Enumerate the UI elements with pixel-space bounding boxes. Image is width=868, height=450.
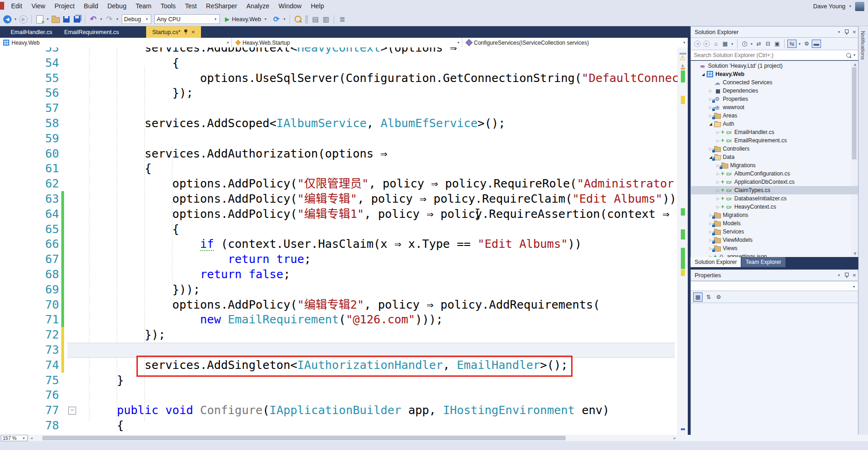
notifications-strip[interactable]: Notifications (858, 26, 868, 441)
new-item-button[interactable] (35, 15, 44, 24)
menu-analyze[interactable]: Analyze (242, 0, 274, 12)
tree-item-views[interactable]: ▷Views (691, 244, 858, 252)
properties-object-combo[interactable]: ▾ (691, 281, 858, 291)
chevron-down-icon[interactable]: ▾ (682, 41, 686, 45)
expand-arrow-icon[interactable]: ▷ (715, 197, 721, 201)
editor-vertical-scrollbar[interactable]: ⚠ ▲ (678, 47, 688, 435)
undo-button[interactable]: ↶ (89, 15, 98, 24)
categorized-button[interactable]: ▦ (693, 292, 703, 302)
solution-explorer-header[interactable]: Solution Explorer ▾ × (691, 26, 858, 38)
se-pending-changes-filter-button[interactable] (740, 40, 749, 48)
chevron-down-icon[interactable]: ▾ (99, 17, 103, 21)
pin-icon[interactable] (844, 29, 849, 35)
tree-item-data[interactable]: ◢Data (691, 153, 858, 161)
pin-icon[interactable] (844, 273, 849, 278)
close-icon[interactable]: × (852, 272, 856, 279)
editor-horizontal-scrollbar[interactable]: ◂ ▸ (29, 435, 678, 441)
close-icon[interactable]: × (191, 29, 195, 35)
refresh-button[interactable]: ⟳ (272, 15, 281, 24)
se-preview-selected-items-button[interactable]: ▬ (812, 40, 821, 48)
scroll-left-arrow[interactable]: ◂ (30, 436, 33, 440)
scroll-up-arrow[interactable]: ▲ (680, 63, 685, 68)
start-debug-button[interactable]: ▶Heavy.Web▾ (222, 16, 270, 23)
line-ops-button[interactable]: ≣ (337, 15, 347, 24)
tree-item-heavy-web[interactable]: ◢Heavy.Web (691, 70, 858, 78)
configuration-combo[interactable]: Debug▾ (122, 14, 151, 24)
tree-item-dependencies[interactable]: ▷Dependencies (691, 87, 858, 95)
expand-arrow-icon[interactable]: ▷ (715, 180, 721, 184)
tab-startup-cs-[interactable]: Startup.cs*× (146, 26, 201, 38)
expand-arrow-icon[interactable]: ▷ (715, 188, 721, 193)
se-forward-button[interactable]: ▶ (703, 40, 711, 48)
se-copy-properties-button[interactable]: ▣ (773, 40, 781, 48)
chevron-down-icon[interactable]: ▾ (837, 273, 841, 277)
nav-type-dropdown[interactable]: Heavy.Web.Startup ▾ (232, 38, 462, 47)
menu-build[interactable]: Build (79, 0, 103, 12)
outline-button-1[interactable]: ▤ (311, 15, 320, 24)
platform-combo[interactable]: Any CPU▾ (154, 14, 220, 24)
nav-project-dropdown[interactable]: Heavy.Web ▾ (0, 38, 232, 47)
tree-item-claimtypes-cs[interactable]: ▷+C#ClaimTypes.cs (691, 186, 858, 194)
tree-item-viewmodels[interactable]: ▷ViewModels (691, 236, 858, 244)
tree-item-models[interactable]: ▷Models (691, 219, 858, 228)
chevron-down-icon[interactable]: ▾ (13, 17, 18, 21)
expand-arrow-icon[interactable]: ▷ (715, 172, 721, 176)
se-home-button[interactable]: ⌂ (712, 40, 720, 48)
solution-explorer-search[interactable]: ▾ (691, 50, 858, 60)
redo-button[interactable]: ↷ (105, 15, 114, 24)
search-input[interactable] (691, 52, 846, 58)
code-editor[interactable]: 53 services.AddDbContext<HeavyContext>(o… (0, 47, 678, 435)
menu-debug[interactable]: Debug (103, 0, 131, 12)
pin-icon[interactable] (183, 29, 188, 35)
tree-item-heavycontext-cs[interactable]: ▷+C#HeavyContext.cs (691, 203, 858, 211)
tree-item-properties[interactable]: ▷⚙Properties (691, 95, 858, 103)
tree-item-applicationdbcontext-cs[interactable]: ▷+C#ApplicationDbContext.cs (691, 178, 858, 186)
collapse-arrow-icon[interactable]: ◢ (708, 122, 714, 126)
chevron-down-icon[interactable]: ▾ (115, 17, 119, 21)
save-all-button[interactable] (72, 15, 82, 24)
nav-member-dropdown[interactable]: ConfigureServices(IServiceCollection ser… (462, 38, 688, 47)
solution-explorer-tree[interactable]: ▲ ▼ ∞Solution 'Heavy.Ltd' (1 project)◢He… (691, 61, 858, 257)
tree-item-wwwroot[interactable]: ▷⊕wwwroot (691, 103, 858, 111)
menu-resharper[interactable]: ReSharper (201, 0, 242, 12)
tree-item-migrations[interactable]: ▷Migrations (691, 161, 858, 169)
properties-header[interactable]: Properties ▾ × (691, 269, 858, 281)
tab-emailrequirement-cs[interactable]: EmailRequirement.cs (58, 26, 125, 38)
se-switch-views-button[interactable]: ▦ (721, 40, 729, 48)
open-file-button[interactable] (51, 15, 60, 24)
tree-item-emailrequirement-cs[interactable]: ▷+C#EmailRequirement.cs (691, 136, 858, 145)
chevron-down-icon[interactable]: ▾ (852, 53, 856, 57)
tree-item-services[interactable]: ▷Services (691, 228, 858, 236)
collapse-arrow-icon[interactable]: ◢ (700, 72, 706, 76)
tree-item-controllers[interactable]: ▷Controllers (691, 145, 858, 153)
scrollbar-thumb[interactable] (42, 436, 566, 440)
menu-project[interactable]: Project (50, 0, 79, 12)
user-name[interactable]: Dave Young (813, 3, 845, 10)
menu-test[interactable]: Test (180, 0, 201, 12)
se-sync-with-active-document-button[interactable]: ⇆ (787, 40, 797, 48)
chevron-down-icon[interactable]: ▾ (226, 41, 230, 45)
tree-item-migrations[interactable]: ▷Migrations (691, 211, 858, 219)
find-in-files-button[interactable] (293, 15, 302, 24)
outline-collapse-icon[interactable]: − (68, 407, 76, 415)
editor-zoom-control[interactable]: 157 % ▾ (1, 435, 28, 441)
se-sync-button[interactable]: ⇄ (755, 40, 763, 48)
nav-back-button[interactable]: ◀ (3, 15, 12, 24)
menu-window[interactable]: Window (274, 0, 306, 12)
expand-arrow-icon[interactable]: ▷ (715, 205, 721, 209)
chevron-down-icon[interactable]: ▾ (797, 42, 802, 46)
tab-emailhandler-cs[interactable]: EmailHandler.cs (5, 26, 58, 38)
alphabetical-button[interactable]: ⇅ (704, 293, 713, 301)
toolbar-grip[interactable] (305, 15, 308, 23)
scroll-right-arrow[interactable]: ▸ (673, 436, 676, 440)
avatar[interactable] (855, 2, 864, 11)
tree-item-albumconfiguration-cs[interactable]: ▷+C#AlbumConfiguration.cs (691, 169, 858, 178)
outline-button-2[interactable]: ▥ (321, 15, 331, 24)
expand-arrow-icon[interactable]: ▷ (708, 89, 714, 93)
nav-forward-button[interactable]: ▶ (19, 15, 28, 24)
tab-team-explorer[interactable]: Team Explorer (741, 257, 785, 267)
tree-item-emailhandler-cs[interactable]: ▷+C#EmailHandler.cs (691, 128, 858, 136)
menu-tools[interactable]: Tools (156, 0, 180, 12)
chevron-down-icon[interactable]: ▾ (750, 42, 754, 46)
tree-item-auth[interactable]: ◢Auth (691, 120, 858, 128)
